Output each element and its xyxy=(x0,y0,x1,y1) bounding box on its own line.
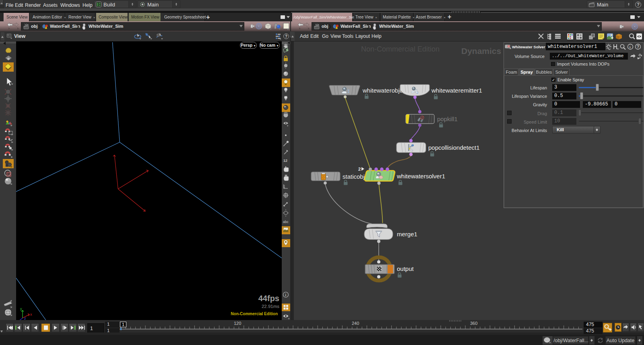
svg-text:popcollisiondetect1: popcollisiondetect1 xyxy=(428,144,480,151)
svg-text:i: i xyxy=(630,45,631,49)
svg-text:2: 2 xyxy=(358,167,361,171)
svg-text:?: ? xyxy=(637,45,639,49)
svg-text:y: y xyxy=(20,307,22,311)
svg-text:z: z xyxy=(24,316,26,320)
svg-text:12: 12 xyxy=(283,159,287,163)
svg-text:output: output xyxy=(397,265,414,272)
svg-text:Dynamics: Dynamics xyxy=(461,46,501,56)
svg-text:popkill1: popkill1 xyxy=(437,116,458,122)
svg-text:i: i xyxy=(285,293,287,297)
svg-text:whitewatersolver1: whitewatersolver1 xyxy=(396,173,445,180)
svg-text:Non-Commercial Edition: Non-Commercial Edition xyxy=(361,45,440,53)
svg-text:abc: abc xyxy=(283,220,289,224)
svg-text:whitewateremitter1: whitewateremitter1 xyxy=(431,87,482,94)
svg-text:x: x xyxy=(30,312,32,316)
svg-text:merge1: merge1 xyxy=(397,231,417,238)
